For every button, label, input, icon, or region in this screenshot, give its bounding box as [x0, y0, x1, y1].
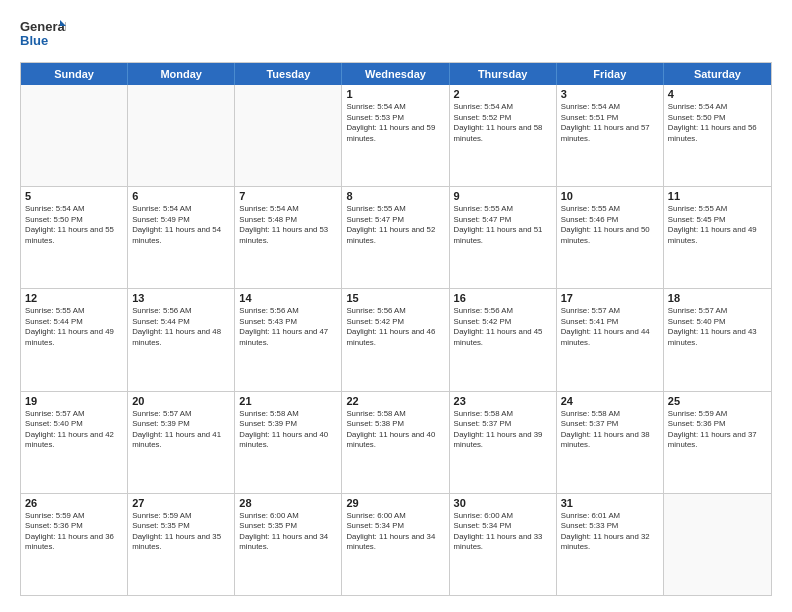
day-number: 31 [561, 497, 659, 509]
calendar-cell: 15 Sunrise: 5:56 AMSunset: 5:42 PMDaylig… [342, 289, 449, 390]
cell-info: Sunrise: 5:57 AMSunset: 5:40 PMDaylight:… [25, 409, 123, 451]
calendar: SundayMondayTuesdayWednesdayThursdayFrid… [20, 62, 772, 596]
calendar-cell: 3 Sunrise: 5:54 AMSunset: 5:51 PMDayligh… [557, 85, 664, 186]
calendar-week-row: 19 Sunrise: 5:57 AMSunset: 5:40 PMDaylig… [21, 392, 771, 494]
day-number: 26 [25, 497, 123, 509]
day-number: 4 [668, 88, 767, 100]
day-number: 14 [239, 292, 337, 304]
cell-info: Sunrise: 5:59 AMSunset: 5:35 PMDaylight:… [132, 511, 230, 553]
calendar-cell: 29 Sunrise: 6:00 AMSunset: 5:34 PMDaylig… [342, 494, 449, 595]
day-number: 11 [668, 190, 767, 202]
calendar-cell: 17 Sunrise: 5:57 AMSunset: 5:41 PMDaylig… [557, 289, 664, 390]
calendar-cell: 7 Sunrise: 5:54 AMSunset: 5:48 PMDayligh… [235, 187, 342, 288]
cell-info: Sunrise: 5:59 AMSunset: 5:36 PMDaylight:… [25, 511, 123, 553]
day-number: 27 [132, 497, 230, 509]
day-number: 23 [454, 395, 552, 407]
calendar-cell: 2 Sunrise: 5:54 AMSunset: 5:52 PMDayligh… [450, 85, 557, 186]
day-number: 6 [132, 190, 230, 202]
calendar-cell: 6 Sunrise: 5:54 AMSunset: 5:49 PMDayligh… [128, 187, 235, 288]
calendar-cell: 4 Sunrise: 5:54 AMSunset: 5:50 PMDayligh… [664, 85, 771, 186]
calendar-cell [235, 85, 342, 186]
calendar-cell: 28 Sunrise: 6:00 AMSunset: 5:35 PMDaylig… [235, 494, 342, 595]
calendar-cell: 26 Sunrise: 5:59 AMSunset: 5:36 PMDaylig… [21, 494, 128, 595]
calendar-cell [664, 494, 771, 595]
cell-info: Sunrise: 5:57 AMSunset: 5:41 PMDaylight:… [561, 306, 659, 348]
cell-info: Sunrise: 6:00 AMSunset: 5:35 PMDaylight:… [239, 511, 337, 553]
day-number: 30 [454, 497, 552, 509]
cell-info: Sunrise: 5:57 AMSunset: 5:40 PMDaylight:… [668, 306, 767, 348]
calendar-header-day: Thursday [450, 63, 557, 85]
day-number: 7 [239, 190, 337, 202]
header: General Blue [20, 16, 772, 52]
day-number: 21 [239, 395, 337, 407]
logo-svg: General Blue [20, 16, 66, 52]
cell-info: Sunrise: 5:55 AMSunset: 5:47 PMDaylight:… [346, 204, 444, 246]
day-number: 2 [454, 88, 552, 100]
cell-info: Sunrise: 5:55 AMSunset: 5:47 PMDaylight:… [454, 204, 552, 246]
calendar-cell: 18 Sunrise: 5:57 AMSunset: 5:40 PMDaylig… [664, 289, 771, 390]
calendar-body: 1 Sunrise: 5:54 AMSunset: 5:53 PMDayligh… [21, 85, 771, 595]
day-number: 22 [346, 395, 444, 407]
cell-info: Sunrise: 5:54 AMSunset: 5:48 PMDaylight:… [239, 204, 337, 246]
calendar-week-row: 12 Sunrise: 5:55 AMSunset: 5:44 PMDaylig… [21, 289, 771, 391]
svg-text:General: General [20, 19, 66, 34]
svg-text:Blue: Blue [20, 33, 48, 48]
calendar-cell: 14 Sunrise: 5:56 AMSunset: 5:43 PMDaylig… [235, 289, 342, 390]
calendar-header-day: Friday [557, 63, 664, 85]
cell-info: Sunrise: 5:54 AMSunset: 5:52 PMDaylight:… [454, 102, 552, 144]
cell-info: Sunrise: 5:58 AMSunset: 5:39 PMDaylight:… [239, 409, 337, 451]
calendar-week-row: 26 Sunrise: 5:59 AMSunset: 5:36 PMDaylig… [21, 494, 771, 595]
calendar-week-row: 5 Sunrise: 5:54 AMSunset: 5:50 PMDayligh… [21, 187, 771, 289]
day-number: 15 [346, 292, 444, 304]
day-number: 17 [561, 292, 659, 304]
cell-info: Sunrise: 5:56 AMSunset: 5:42 PMDaylight:… [346, 306, 444, 348]
calendar-week-row: 1 Sunrise: 5:54 AMSunset: 5:53 PMDayligh… [21, 85, 771, 187]
day-number: 25 [668, 395, 767, 407]
cell-info: Sunrise: 5:56 AMSunset: 5:43 PMDaylight:… [239, 306, 337, 348]
day-number: 29 [346, 497, 444, 509]
day-number: 9 [454, 190, 552, 202]
calendar-cell: 5 Sunrise: 5:54 AMSunset: 5:50 PMDayligh… [21, 187, 128, 288]
calendar-cell: 20 Sunrise: 5:57 AMSunset: 5:39 PMDaylig… [128, 392, 235, 493]
calendar-cell: 25 Sunrise: 5:59 AMSunset: 5:36 PMDaylig… [664, 392, 771, 493]
cell-info: Sunrise: 5:57 AMSunset: 5:39 PMDaylight:… [132, 409, 230, 451]
calendar-cell: 12 Sunrise: 5:55 AMSunset: 5:44 PMDaylig… [21, 289, 128, 390]
cell-info: Sunrise: 5:58 AMSunset: 5:37 PMDaylight:… [561, 409, 659, 451]
cell-info: Sunrise: 5:54 AMSunset: 5:51 PMDaylight:… [561, 102, 659, 144]
calendar-cell: 22 Sunrise: 5:58 AMSunset: 5:38 PMDaylig… [342, 392, 449, 493]
cell-info: Sunrise: 5:58 AMSunset: 5:37 PMDaylight:… [454, 409, 552, 451]
calendar-header-day: Saturday [664, 63, 771, 85]
cell-info: Sunrise: 6:01 AMSunset: 5:33 PMDaylight:… [561, 511, 659, 553]
cell-info: Sunrise: 5:55 AMSunset: 5:44 PMDaylight:… [25, 306, 123, 348]
day-number: 18 [668, 292, 767, 304]
calendar-cell: 11 Sunrise: 5:55 AMSunset: 5:45 PMDaylig… [664, 187, 771, 288]
cell-info: Sunrise: 6:00 AMSunset: 5:34 PMDaylight:… [346, 511, 444, 553]
cell-info: Sunrise: 5:54 AMSunset: 5:53 PMDaylight:… [346, 102, 444, 144]
calendar-cell: 9 Sunrise: 5:55 AMSunset: 5:47 PMDayligh… [450, 187, 557, 288]
calendar-cell [21, 85, 128, 186]
calendar-cell: 31 Sunrise: 6:01 AMSunset: 5:33 PMDaylig… [557, 494, 664, 595]
day-number: 3 [561, 88, 659, 100]
calendar-cell: 23 Sunrise: 5:58 AMSunset: 5:37 PMDaylig… [450, 392, 557, 493]
cell-info: Sunrise: 5:55 AMSunset: 5:45 PMDaylight:… [668, 204, 767, 246]
day-number: 24 [561, 395, 659, 407]
cell-info: Sunrise: 5:54 AMSunset: 5:50 PMDaylight:… [668, 102, 767, 144]
day-number: 5 [25, 190, 123, 202]
calendar-cell [128, 85, 235, 186]
cell-info: Sunrise: 5:55 AMSunset: 5:46 PMDaylight:… [561, 204, 659, 246]
calendar-header-day: Monday [128, 63, 235, 85]
calendar-header-day: Wednesday [342, 63, 449, 85]
calendar-cell: 19 Sunrise: 5:57 AMSunset: 5:40 PMDaylig… [21, 392, 128, 493]
calendar-cell: 8 Sunrise: 5:55 AMSunset: 5:47 PMDayligh… [342, 187, 449, 288]
day-number: 16 [454, 292, 552, 304]
day-number: 8 [346, 190, 444, 202]
calendar-header-day: Sunday [21, 63, 128, 85]
day-number: 1 [346, 88, 444, 100]
cell-info: Sunrise: 5:56 AMSunset: 5:42 PMDaylight:… [454, 306, 552, 348]
calendar-cell: 27 Sunrise: 5:59 AMSunset: 5:35 PMDaylig… [128, 494, 235, 595]
logo: General Blue [20, 16, 66, 52]
cell-info: Sunrise: 5:54 AMSunset: 5:49 PMDaylight:… [132, 204, 230, 246]
cell-info: Sunrise: 5:58 AMSunset: 5:38 PMDaylight:… [346, 409, 444, 451]
day-number: 10 [561, 190, 659, 202]
calendar-cell: 24 Sunrise: 5:58 AMSunset: 5:37 PMDaylig… [557, 392, 664, 493]
